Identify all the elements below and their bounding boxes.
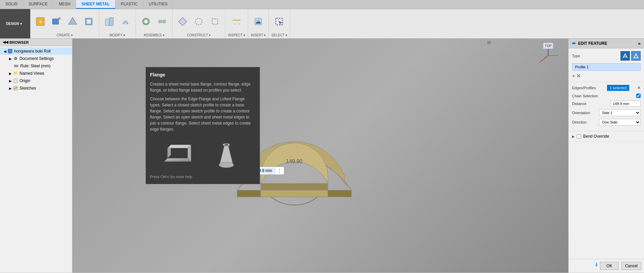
sidebar-tree: ◀ hongawara buki Roll ▶ ⚙ Document Setti…	[0, 46, 72, 273]
construct-label[interactable]: CONSTRUCT ▾	[187, 33, 211, 37]
sidebar-item-root[interactable]: ◀ hongawara buki Roll	[0, 47, 72, 55]
direction-row: Direction One Side Two Sides	[572, 119, 641, 126]
browser-header: ◀◀ BROWSER	[0, 39, 72, 46]
sidebar-collapse-icon[interactable]: ◀◀	[3, 40, 8, 44]
svg-text:⛰: ⛰	[256, 19, 261, 25]
add-profile-btn[interactable]: +	[572, 73, 575, 79]
bend-override-row[interactable]: ▶ Bend Override	[572, 134, 641, 139]
design-label: DESIGN	[6, 22, 19, 26]
type-icon-lofted[interactable]	[631, 51, 641, 61]
create-btn-2[interactable]	[49, 15, 64, 28]
dimension-options[interactable]: ⋮	[277, 168, 282, 173]
tab-mesh[interactable]: MESH	[53, 0, 76, 9]
toolbar-modify-section: MODIFY ▾	[99, 9, 136, 38]
view-cube[interactable]: TOP	[535, 42, 562, 69]
svg-text:149.90: 149.90	[286, 159, 303, 164]
select-label[interactable]: SELECT ▾	[271, 33, 287, 37]
create-icon-1: +	[35, 16, 46, 27]
type-icon-edge[interactable]	[620, 51, 630, 61]
flange-img-bracket	[159, 136, 199, 170]
tree-arrow-sketches: ▶	[8, 86, 13, 91]
sidebar-item-named-views[interactable]: ▶ 📁 Named Views	[0, 70, 72, 77]
sidebar-item-sketches[interactable]: ▶ Sketches	[0, 84, 72, 92]
distance-input[interactable]: 149.9 mm	[610, 101, 641, 107]
flange-tooltip: Flange Creates a sheet metal base flange…	[146, 67, 260, 184]
modify-btn-1[interactable]	[102, 15, 117, 28]
sketch-icon	[13, 86, 18, 91]
create-btn-3[interactable]	[65, 15, 80, 28]
sidebar-item-label-sketches: Sketches	[20, 86, 36, 91]
assemble-btn-1[interactable]	[139, 15, 153, 28]
select-btn-1[interactable]	[272, 15, 287, 28]
tab-sheet-metal[interactable]: SHEET METAL	[76, 0, 115, 9]
bend-override-checkbox[interactable]	[577, 134, 581, 139]
tab-utilities[interactable]: UTILITIES	[143, 0, 173, 9]
edges-selected-label: 1 selected	[610, 86, 627, 90]
toolbar-assemble-section: ASSEMBLE ▾	[136, 9, 173, 38]
flange-images	[150, 136, 256, 170]
bend-arrow: ▶	[572, 135, 575, 138]
tab-plastic[interactable]: PLASTIC	[115, 0, 143, 9]
insert-label[interactable]: INSERT ▾	[251, 33, 266, 37]
create-label[interactable]: CREATE ▾	[56, 33, 73, 37]
svg-rect-17	[212, 19, 218, 24]
sidebar-item-doc-settings[interactable]: ▶ ⚙ Document Settings	[0, 55, 72, 62]
modify-label[interactable]: MODIFY ▾	[110, 33, 125, 37]
folder-icon: 📁	[13, 71, 18, 76]
inspect-btn-1[interactable]: ← →	[229, 15, 244, 28]
panel-expand-icon[interactable]: »	[638, 41, 641, 46]
svg-rect-38	[261, 190, 328, 197]
bend-override-section: ▶ Bend Override	[569, 131, 644, 142]
ok-button[interactable]: OK	[600, 262, 618, 270]
svg-point-16	[195, 18, 202, 25]
design-button[interactable]: DESIGN ▾	[0, 9, 30, 38]
construct-btn-1[interactable]	[175, 15, 190, 28]
panel-header: ✏ EDIT FEATURE »	[569, 39, 644, 48]
direction-select[interactable]: One Side Two Sides	[599, 119, 641, 126]
type-icons	[620, 51, 641, 61]
chain-checkbox[interactable]	[636, 94, 641, 98]
add-remove-buttons: + ✕	[572, 73, 641, 79]
chain-checkbox-row	[636, 94, 641, 98]
svg-rect-9	[109, 18, 113, 26]
edges-section: Edges/Profiles 1 selected ✕ Chain Select…	[569, 82, 644, 131]
tab-surface[interactable]: SURFACE	[23, 0, 53, 9]
assemble-btn-2[interactable]	[155, 15, 169, 28]
orientation-select[interactable]: Side 1 Side 2 Symmetric	[599, 109, 641, 116]
remove-profile-btn[interactable]: ✕	[576, 73, 581, 79]
cancel-button[interactable]: Cancel	[621, 262, 641, 270]
svg-rect-23	[8, 49, 12, 53]
svg-point-11	[144, 20, 148, 23]
inspect-label[interactable]: INSPECT ▾	[228, 33, 245, 37]
construct-btn-3[interactable]	[207, 15, 222, 28]
expand-right-panel[interactable]	[485, 39, 493, 47]
edges-close-btn[interactable]: ✕	[637, 86, 641, 90]
svg-marker-49	[634, 54, 638, 58]
flange-desc: Creates a sheet metal base flange, conto…	[150, 81, 256, 93]
assemble-icon-1	[141, 16, 151, 27]
construct-btn-2[interactable]	[191, 15, 206, 28]
create-icon-2	[51, 16, 62, 27]
info-icon: ℹ	[596, 262, 597, 270]
insert-btn-1[interactable]: ⛰	[251, 15, 266, 28]
tab-solid[interactable]: SOLID	[0, 0, 23, 9]
sidebar-item-origin[interactable]: ▶ Origin	[0, 77, 72, 84]
construct-icon-3	[210, 16, 220, 27]
tree-arrow-named: ▶	[8, 71, 13, 76]
toolbar-construct-section: CONSTRUCT ▾	[173, 9, 225, 38]
create-icon-4	[83, 16, 94, 27]
create-btn-4[interactable]	[81, 15, 96, 28]
svg-point-34	[219, 162, 234, 168]
profile-item[interactable]: Profile 1	[572, 63, 641, 71]
viewport[interactable]: Flange Creates a sheet metal base flange…	[72, 39, 568, 273]
edges-selected-btn[interactable]: 1 selected	[607, 85, 629, 91]
svg-rect-7	[87, 20, 91, 24]
create-btn-1[interactable]: +	[33, 15, 48, 28]
edit-feature-icon: ✏	[572, 41, 576, 46]
modify-btn-2[interactable]	[118, 15, 133, 28]
svg-rect-8	[105, 19, 109, 26]
svg-line-42	[540, 56, 548, 62]
sidebar-item-rule[interactable]: Rule: Steel (mm)	[0, 62, 72, 70]
tree-arrow-origin: ▶	[8, 78, 13, 83]
assemble-label[interactable]: ASSEMBLE ▾	[144, 33, 164, 37]
